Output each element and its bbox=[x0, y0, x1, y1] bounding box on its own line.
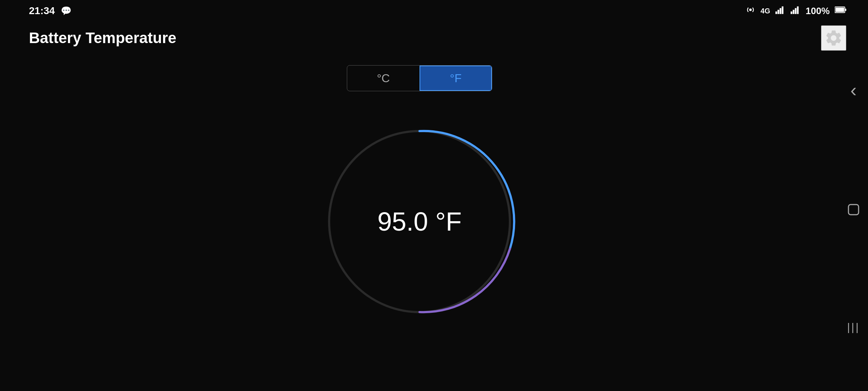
signal-icon-1 bbox=[775, 5, 786, 16]
whatsapp-icon: 💬 bbox=[61, 6, 72, 16]
app-header: Battery Temperature bbox=[0, 22, 868, 54]
temperature-value: 95.0 °F bbox=[378, 207, 462, 236]
svg-rect-8 bbox=[797, 7, 799, 14]
svg-rect-4 bbox=[782, 7, 783, 14]
svg-rect-3 bbox=[779, 8, 781, 14]
celsius-button[interactable]: °C bbox=[347, 66, 420, 91]
svg-rect-1 bbox=[775, 12, 777, 14]
svg-rect-10 bbox=[835, 8, 844, 12]
svg-rect-5 bbox=[791, 12, 792, 14]
status-bar: 21:34 💬 4G bbox=[0, 0, 868, 22]
main-content: °C °F 95.0 °F bbox=[0, 54, 839, 391]
svg-rect-11 bbox=[845, 9, 846, 11]
unit-toggle: °C °F bbox=[347, 65, 492, 91]
home-button[interactable] bbox=[846, 202, 861, 221]
right-nav: ‹ ||| bbox=[839, 0, 868, 391]
status-bar-right: 4G 100% bbox=[745, 5, 846, 17]
4g-icon: 4G bbox=[761, 7, 770, 15]
svg-rect-6 bbox=[792, 10, 794, 14]
page-title: Battery Temperature bbox=[29, 29, 176, 47]
fahrenheit-button[interactable]: °F bbox=[420, 66, 492, 91]
back-button[interactable]: ‹ bbox=[850, 79, 856, 101]
svg-rect-13 bbox=[848, 205, 859, 215]
hotspot-icon bbox=[745, 5, 756, 17]
gauge-container: 95.0 °F bbox=[311, 113, 528, 330]
battery-percentage: 100% bbox=[806, 5, 830, 17]
signal-icon-2 bbox=[791, 5, 801, 16]
svg-rect-2 bbox=[777, 10, 779, 14]
battery-icon bbox=[835, 6, 846, 16]
recent-button[interactable]: ||| bbox=[847, 321, 860, 333]
status-bar-left: 21:34 💬 bbox=[29, 5, 72, 17]
svg-rect-7 bbox=[795, 8, 796, 14]
status-time: 21:34 bbox=[29, 5, 55, 17]
svg-point-0 bbox=[749, 9, 752, 11]
